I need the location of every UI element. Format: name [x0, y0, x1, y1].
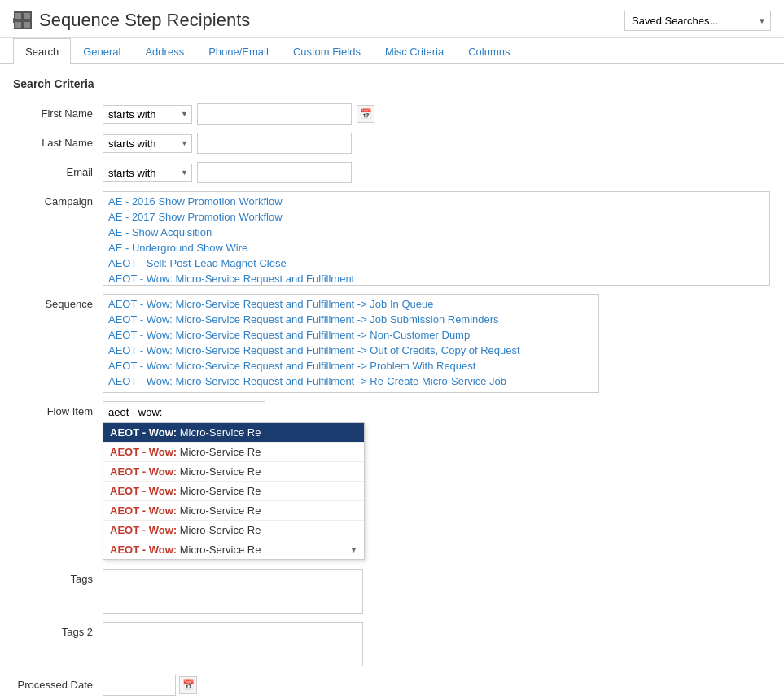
- tab-search[interactable]: Search: [13, 38, 71, 64]
- autocomplete-scroll-down[interactable]: ▼: [350, 546, 357, 554]
- sequence-item-3[interactable]: AEOT - Wow: Micro-Service Request and Fu…: [103, 343, 598, 358]
- autocomplete-item-6[interactable]: AEOT - Wow: Micro-Service Re ▼: [103, 540, 364, 559]
- tags2-controls: [103, 622, 771, 666]
- first-name-label: First Name: [13, 103, 103, 120]
- autocomplete-rest-3: Micro-Service Re: [177, 485, 261, 497]
- svg-point-5: [21, 11, 24, 12]
- email-operator[interactable]: starts with contains equals: [103, 164, 192, 182]
- first-name-calendar-icon[interactable]: 📅: [357, 105, 374, 123]
- autocomplete-bold-6: AEOT - Wow:: [110, 544, 177, 556]
- autocomplete-bold-3: AEOT - Wow:: [110, 485, 177, 497]
- autocomplete-item-3[interactable]: AEOT - Wow: Micro-Service Re: [103, 482, 364, 501]
- flow-item-label: Flow Item: [13, 401, 103, 417]
- tab-custom-fields[interactable]: Custom Fields: [281, 38, 373, 64]
- autocomplete-bold-4: AEOT - Wow:: [110, 505, 177, 517]
- tags2-row: Tags 2: [13, 622, 771, 666]
- svg-rect-0: [15, 12, 22, 20]
- grid-icon: [13, 11, 33, 30]
- sequence-listbox-wrapper: AEOT - Wow: Micro-Service Request and Fu…: [103, 294, 771, 393]
- campaign-item-3[interactable]: AE - Underground Show Wire: [103, 240, 769, 256]
- autocomplete-bold-1: AEOT - Wow:: [110, 446, 177, 458]
- last-name-operator[interactable]: starts with contains equals: [103, 134, 192, 153]
- email-row: Email starts with contains equals: [13, 162, 771, 183]
- sequence-item-4[interactable]: AEOT - Wow: Micro-Service Request and Fu…: [103, 358, 598, 374]
- sequence-row: Sequence AEOT - Wow: Micro-Service Reque…: [13, 294, 771, 393]
- autocomplete-rest-5: Micro-Service Re: [177, 524, 261, 536]
- campaign-item-2[interactable]: AE - Show Acquisition: [103, 225, 769, 240]
- sequence-listbox[interactable]: AEOT - Wow: Micro-Service Request and Fu…: [103, 294, 599, 393]
- autocomplete-rest-4: Micro-Service Re: [177, 505, 261, 517]
- tab-address[interactable]: Address: [133, 38, 196, 64]
- campaign-row: Campaign AE - 2016 Show Promotion Workfl…: [13, 191, 771, 286]
- campaign-label: Campaign: [13, 191, 103, 208]
- last-name-operator-wrapper[interactable]: starts with contains equals: [103, 134, 192, 153]
- autocomplete-rest-6: Micro-Service Re: [177, 544, 261, 556]
- tags-row: Tags: [13, 569, 771, 614]
- campaign-listbox[interactable]: AE - 2016 Show Promotion Workflow AE - 2…: [103, 191, 770, 286]
- processed-date-calendar-icon[interactable]: 📅: [179, 676, 197, 694]
- first-name-operator-wrapper[interactable]: starts with contains equals ends with is…: [103, 105, 192, 124]
- first-name-row: First Name starts with contains equals e…: [13, 103, 771, 125]
- tags2-input[interactable]: [103, 622, 363, 666]
- tab-general[interactable]: General: [71, 38, 133, 64]
- svg-rect-2: [15, 21, 22, 28]
- tags-label: Tags: [13, 569, 103, 585]
- svg-rect-3: [24, 21, 31, 28]
- flow-item-input[interactable]: [103, 401, 265, 422]
- first-name-controls: starts with contains equals ends with is…: [103, 103, 771, 125]
- tags-input[interactable]: [103, 569, 363, 614]
- email-label: Email: [13, 162, 103, 178]
- autocomplete-item-5[interactable]: AEOT - Wow: Micro-Service Re: [103, 521, 364, 540]
- sequence-item-5[interactable]: AEOT - Wow: Micro-Service Request and Fu…: [103, 374, 598, 389]
- autocomplete-rest-0: Micro-Service Re: [177, 426, 261, 439]
- autocomplete-item-4[interactable]: AEOT - Wow: Micro-Service Re: [103, 501, 364, 521]
- page-header: Sequence Step Recipients Saved Searches.…: [0, 0, 784, 38]
- autocomplete-dropdown: AEOT - Wow: Micro-Service Re AEOT - Wow:…: [103, 422, 365, 560]
- tags2-label: Tags 2: [13, 622, 103, 638]
- autocomplete-item-2[interactable]: AEOT - Wow: Micro-Service Re: [103, 462, 364, 482]
- sequence-item-6[interactable]: AEOT - Wow: New Subscriber Access Collec…: [103, 389, 598, 393]
- sequence-item-0[interactable]: AEOT - Wow: Micro-Service Request and Fu…: [103, 296, 598, 312]
- svg-rect-1: [24, 12, 31, 20]
- last-name-label: Last Name: [13, 133, 103, 149]
- processed-date-input[interactable]: [103, 675, 176, 696]
- email-controls: starts with contains equals: [103, 162, 771, 183]
- last-name-input[interactable]: [197, 133, 352, 154]
- autocomplete-bold-0: AEOT - Wow:: [110, 426, 177, 439]
- processed-date-row: Processed Date 📅: [13, 675, 771, 696]
- flow-item-row: Flow Item AEOT - Wow: Micro-Service Re A…: [13, 401, 771, 422]
- page-title: Sequence Step Recipients: [13, 10, 250, 31]
- tab-phone-email[interactable]: Phone/Email: [196, 38, 281, 64]
- email-input[interactable]: [197, 162, 352, 183]
- saved-searches-select[interactable]: Saved Searches...: [624, 11, 771, 31]
- sequence-item-1[interactable]: AEOT - Wow: Micro-Service Request and Fu…: [103, 312, 598, 327]
- tab-bar: Search General Address Phone/Email Custo…: [0, 38, 784, 64]
- campaign-item-4[interactable]: AEOT - Sell: Post-Lead Magnet Close: [103, 256, 769, 271]
- section-title: Search Criteria: [0, 71, 784, 97]
- campaign-item-5[interactable]: AEOT - Wow: Micro-Service Request and Fu…: [103, 271, 769, 286]
- tab-misc-criteria[interactable]: Misc Criteria: [373, 38, 456, 64]
- processed-date-label: Processed Date: [13, 675, 103, 691]
- tags-controls: [103, 569, 771, 614]
- campaign-item-0[interactable]: AE - 2016 Show Promotion Workflow: [103, 194, 769, 209]
- autocomplete-bold-5: AEOT - Wow:: [110, 524, 177, 536]
- autocomplete-rest-1: Micro-Service Re: [177, 446, 261, 458]
- first-name-operator[interactable]: starts with contains equals ends with is…: [103, 105, 192, 124]
- last-name-controls: starts with contains equals: [103, 133, 771, 154]
- autocomplete-item-1[interactable]: AEOT - Wow: Micro-Service Re: [103, 443, 364, 462]
- campaign-listbox-wrapper: AE - 2016 Show Promotion Workflow AE - 2…: [103, 191, 771, 286]
- autocomplete-bold-2: AEOT - Wow:: [110, 465, 177, 478]
- sequence-item-2[interactable]: AEOT - Wow: Micro-Service Request and Fu…: [103, 327, 598, 343]
- svg-point-4: [13, 19, 15, 22]
- saved-searches-wrapper[interactable]: Saved Searches...: [624, 11, 771, 31]
- title-text: Sequence Step Recipients: [39, 10, 250, 31]
- processed-date-controls: 📅: [103, 675, 771, 696]
- search-form: First Name starts with contains equals e…: [0, 100, 784, 699]
- first-name-input[interactable]: [197, 103, 352, 125]
- tab-columns[interactable]: Columns: [456, 38, 522, 64]
- flow-item-input-wrapper: AEOT - Wow: Micro-Service Re AEOT - Wow:…: [103, 401, 265, 422]
- autocomplete-item-0[interactable]: AEOT - Wow: Micro-Service Re: [103, 423, 364, 443]
- campaign-item-1[interactable]: AE - 2017 Show Promotion Workflow: [103, 209, 769, 225]
- sequence-label: Sequence: [13, 294, 103, 310]
- email-operator-wrapper[interactable]: starts with contains equals: [103, 164, 192, 182]
